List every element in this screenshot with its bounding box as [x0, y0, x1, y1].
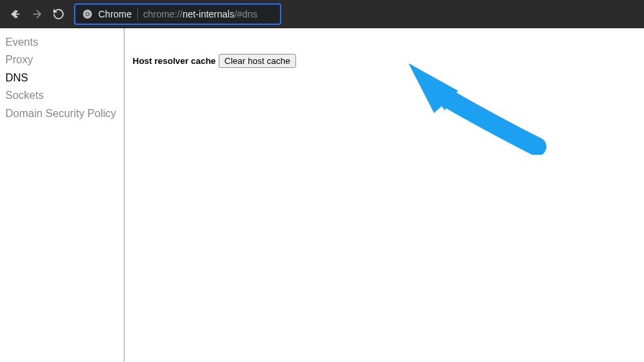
url-text: chrome://net-internals/#dns: [143, 9, 258, 20]
sidebar: Events Proxy DNS Sockets Domain Security…: [0, 28, 124, 362]
chrome-icon: [82, 9, 93, 20]
svg-marker-6: [411, 65, 454, 110]
sidebar-item-dns[interactable]: DNS: [5, 69, 124, 87]
main-content: Host resolver cache Clear host cache: [124, 28, 644, 362]
nav-buttons: [5, 8, 69, 20]
svg-point-5: [86, 13, 89, 15]
chrome-label: Chrome: [98, 9, 132, 20]
reload-icon[interactable]: [52, 8, 65, 20]
address-divider: [137, 8, 138, 20]
svg-marker-7: [411, 65, 439, 105]
host-resolver-cache-label: Host resolver cache: [133, 56, 216, 66]
svg-marker-8: [408, 63, 458, 113]
url-path: /#dns: [234, 9, 257, 20]
sidebar-item-sockets[interactable]: Sockets: [5, 87, 124, 104]
sidebar-item-proxy[interactable]: Proxy: [5, 51, 124, 69]
host-resolver-row: Host resolver cache Clear host cache: [133, 54, 636, 68]
arrow-annotation-icon: [406, 61, 547, 157]
forward-icon[interactable]: [31, 8, 43, 20]
url-scheme: chrome://: [143, 9, 182, 20]
browser-toolbar: Chrome chrome://net-internals/#dns: [0, 0, 644, 28]
content-area: Events Proxy DNS Sockets Domain Security…: [0, 28, 644, 362]
sidebar-item-events[interactable]: Events: [5, 34, 124, 51]
sidebar-item-domain-security-policy[interactable]: Domain Security Policy: [5, 105, 124, 122]
url-host: net-internals: [182, 9, 234, 20]
back-icon[interactable]: [9, 8, 22, 20]
clear-host-cache-button[interactable]: Clear host cache: [219, 54, 297, 68]
address-bar[interactable]: Chrome chrome://net-internals/#dns: [74, 3, 281, 25]
